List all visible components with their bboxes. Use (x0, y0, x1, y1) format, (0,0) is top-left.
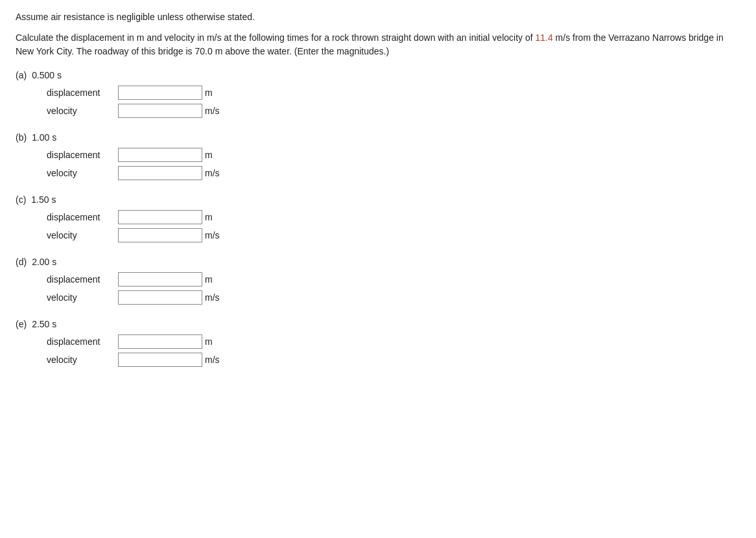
part-label-4: (e) (16, 319, 27, 329)
displacement-input-0[interactable] (118, 86, 202, 100)
displacement-input-3[interactable] (118, 272, 202, 287)
displacement-row-0: displacementm (47, 86, 740, 100)
displacement-unit-0: m (205, 88, 213, 98)
velocity-input-2[interactable] (118, 228, 202, 242)
velocity-row-1: velocitym/s (47, 166, 740, 180)
displacement-input-4[interactable] (118, 334, 202, 349)
part-section-e: (e)2.50 sdisplacementmvelocitym/s (16, 319, 740, 367)
part-header-2: (c)1.50 s (16, 194, 740, 205)
velocity-input-3[interactable] (118, 290, 202, 305)
part-label-0: (a) (16, 70, 27, 80)
displacement-unit-2: m (205, 212, 213, 222)
displacement-input-1[interactable] (118, 148, 202, 162)
velocity-row-4: velocitym/s (47, 353, 740, 367)
part-time-4: 2.50 s (32, 319, 56, 329)
velocity-row-0: velocitym/s (47, 104, 740, 118)
displacement-row-1: displacementm (47, 148, 740, 162)
displacement-label-1: displacement (47, 150, 118, 160)
highlight-value: 11.4 (535, 32, 552, 43)
displacement-label-4: displacement (47, 336, 118, 347)
velocity-unit-1: m/s (205, 168, 220, 178)
displacement-input-2[interactable] (118, 210, 202, 224)
part-header-3: (d)2.00 s (16, 257, 740, 267)
velocity-label-0: velocity (47, 106, 118, 116)
displacement-unit-4: m (205, 336, 213, 347)
velocity-row-3: velocitym/s (47, 290, 740, 305)
velocity-label-1: velocity (47, 168, 118, 178)
velocity-label-3: velocity (47, 292, 118, 303)
velocity-unit-2: m/s (205, 230, 220, 240)
displacement-row-3: displacementm (47, 272, 740, 287)
part-label-3: (d) (16, 257, 27, 267)
velocity-row-2: velocitym/s (47, 228, 740, 242)
part-label-1: (b) (16, 132, 27, 143)
displacement-label-0: displacement (47, 88, 118, 98)
part-section-d: (d)2.00 sdisplacementmvelocitym/s (16, 257, 740, 305)
part-time-0: 0.500 s (32, 70, 62, 80)
velocity-unit-3: m/s (205, 292, 220, 303)
problem-text-before: Calculate the displacement in m and velo… (16, 32, 535, 43)
part-section-a: (a)0.500 sdisplacementmvelocitym/s (16, 70, 740, 118)
part-section-b: (b)1.00 sdisplacementmvelocitym/s (16, 132, 740, 180)
part-section-c: (c)1.50 sdisplacementmvelocitym/s (16, 194, 740, 242)
velocity-unit-4: m/s (205, 355, 220, 365)
displacement-row-4: displacementm (47, 334, 740, 349)
displacement-label-3: displacement (47, 274, 118, 285)
displacement-label-2: displacement (47, 212, 118, 222)
velocity-input-1[interactable] (118, 166, 202, 180)
velocity-input-4[interactable] (118, 353, 202, 367)
part-header-1: (b)1.00 s (16, 132, 740, 143)
parts-container: (a)0.500 sdisplacementmvelocitym/s(b)1.0… (16, 70, 740, 367)
assume-text: Assume air resistance is negligible unle… (16, 12, 740, 22)
part-time-1: 1.00 s (32, 132, 56, 143)
problem-text: Calculate the displacement in m and velo… (16, 31, 740, 58)
displacement-unit-1: m (205, 150, 213, 160)
displacement-row-2: displacementm (47, 210, 740, 224)
displacement-unit-3: m (205, 274, 213, 285)
velocity-input-0[interactable] (118, 104, 202, 118)
part-time-2: 1.50 s (31, 194, 56, 205)
part-header-4: (e)2.50 s (16, 319, 740, 329)
part-time-3: 2.00 s (32, 257, 56, 267)
velocity-label-4: velocity (47, 355, 118, 365)
part-header-0: (a)0.500 s (16, 70, 740, 80)
part-label-2: (c) (16, 194, 26, 205)
velocity-label-2: velocity (47, 230, 118, 240)
velocity-unit-0: m/s (205, 106, 220, 116)
